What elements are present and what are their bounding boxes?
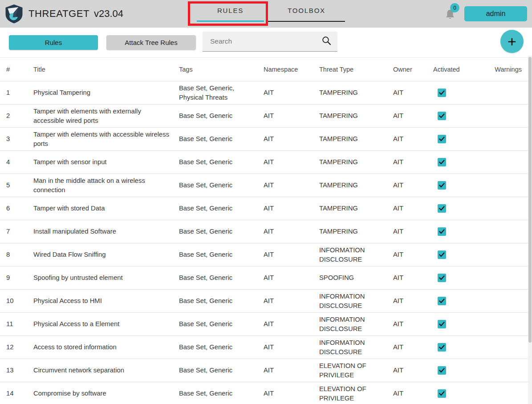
tab-rules[interactable]: RULES bbox=[197, 0, 264, 22]
rule-title: Install manipulated Software bbox=[33, 227, 179, 236]
rule-owner: AIT bbox=[393, 366, 433, 375]
rule-number: 5 bbox=[0, 181, 33, 190]
rule-title: Physical Access to HMI bbox=[33, 296, 179, 306]
table-row[interactable]: 14 Compromise by software Base Set, Gene… bbox=[0, 382, 528, 404]
app-window: THREATGET v23.04 RULES TOOLBOX 0 admin R… bbox=[0, 0, 532, 404]
table-row[interactable]: 6 Tamper with stored Data Base Set, Gene… bbox=[0, 197, 528, 220]
rule-number: 2 bbox=[0, 111, 33, 121]
app-version: v23.04 bbox=[94, 8, 123, 20]
brand: THREATGET v23.04 bbox=[4, 4, 123, 24]
rule-owner: AIT bbox=[393, 227, 433, 236]
table-row[interactable]: 2 Tamper with elements with externally a… bbox=[0, 105, 528, 128]
activated-checkbox[interactable] bbox=[438, 366, 446, 375]
activated-checkbox[interactable] bbox=[438, 389, 446, 398]
table-row[interactable]: 9 Spoofing by untrusted element Base Set… bbox=[0, 267, 528, 290]
rule-namespace: AIT bbox=[264, 296, 319, 306]
admin-user-button[interactable]: admin bbox=[464, 6, 527, 21]
rule-tags: Base Set, Generic bbox=[179, 158, 264, 167]
rule-title: Circumvent network separation bbox=[33, 366, 179, 375]
rule-tags: Base Set, Generic bbox=[179, 366, 264, 375]
rule-namespace: AIT bbox=[264, 227, 319, 236]
notification-count-badge: 0 bbox=[450, 3, 459, 12]
rule-namespace: AIT bbox=[264, 319, 319, 329]
rule-number: 10 bbox=[0, 296, 33, 306]
table-row[interactable]: 3 Tamper with elements with accessible w… bbox=[0, 128, 528, 151]
activated-checkbox[interactable] bbox=[438, 135, 446, 143]
rule-number: 11 bbox=[0, 319, 33, 329]
activated-checkbox[interactable] bbox=[438, 204, 446, 213]
activated-checkbox[interactable] bbox=[438, 181, 446, 190]
activated-checkbox[interactable] bbox=[438, 297, 446, 305]
table-row[interactable]: 4 Tamper with sensor input Base Set, Gen… bbox=[0, 151, 528, 174]
rule-number: 3 bbox=[0, 134, 33, 144]
rule-tags: Base Set, Generic bbox=[179, 181, 264, 190]
rule-tags: Base Set, Generic bbox=[179, 273, 264, 283]
table-row[interactable]: 1 Physical Tampering Base Set, Generic, … bbox=[0, 81, 528, 105]
rule-namespace: AIT bbox=[264, 88, 319, 97]
table-row[interactable]: 13 Circumvent network separation Base Se… bbox=[0, 359, 528, 382]
rule-number: 14 bbox=[0, 389, 33, 398]
rule-namespace: AIT bbox=[264, 250, 319, 259]
rule-threat-type: SPOOFING bbox=[319, 273, 393, 283]
rule-title: Spoofing by untrusted element bbox=[33, 273, 179, 283]
rule-tags: Base Set, Generic bbox=[179, 296, 264, 306]
rules-filter-button[interactable]: Rules bbox=[9, 35, 98, 50]
rule-tags: Base Set, Generic bbox=[179, 343, 264, 352]
tab-toolbox[interactable]: TOOLBOX bbox=[268, 0, 345, 22]
table-row[interactable]: 8 Wired Data Flow Sniffing Base Set, Gen… bbox=[0, 243, 528, 267]
search-field bbox=[203, 32, 337, 52]
activated-checkbox[interactable] bbox=[438, 250, 446, 259]
rule-tags: Base Set, Generic, Physical Threats bbox=[179, 84, 264, 102]
rule-namespace: AIT bbox=[264, 204, 319, 213]
rule-owner: AIT bbox=[393, 250, 433, 259]
activated-checkbox[interactable] bbox=[438, 274, 446, 282]
rule-tags: Base Set, Generic bbox=[179, 319, 264, 329]
activated-checkbox[interactable] bbox=[438, 158, 446, 166]
rule-threat-type: ELEVATION OF PRIVILEGE bbox=[319, 384, 393, 403]
rule-tags: Base Set, Generic bbox=[179, 111, 264, 121]
rule-owner: AIT bbox=[393, 204, 433, 213]
column-header-threat-type: Threat Type bbox=[319, 66, 393, 73]
rule-threat-type: TAMPERING bbox=[319, 204, 393, 213]
threatget-logo-icon bbox=[4, 4, 24, 24]
table-row[interactable]: 11 Physical Access to a Element Base Set… bbox=[0, 313, 528, 336]
rule-owner: AIT bbox=[393, 319, 433, 329]
rule-number: 12 bbox=[0, 343, 33, 352]
rule-namespace: AIT bbox=[264, 158, 319, 167]
table-row[interactable]: 10 Physical Access to HMI Base Set, Gene… bbox=[0, 290, 528, 313]
rule-threat-type: TAMPERING bbox=[319, 134, 393, 144]
rule-owner: AIT bbox=[393, 158, 433, 167]
rule-owner: AIT bbox=[393, 181, 433, 190]
rule-tags: Base Set, Generic bbox=[179, 250, 264, 259]
add-rule-button[interactable]: + bbox=[500, 30, 524, 53]
rule-threat-type: ELEVATION OF PRIVILEGE bbox=[319, 361, 393, 380]
rule-number: 1 bbox=[0, 88, 33, 97]
rule-threat-type: INFORMATION DISCLOSURE bbox=[319, 315, 393, 334]
activated-checkbox[interactable] bbox=[438, 320, 446, 328]
search-input[interactable] bbox=[203, 37, 322, 45]
activated-checkbox[interactable] bbox=[438, 89, 446, 97]
app-title: THREATGET bbox=[28, 8, 89, 20]
activated-checkbox[interactable] bbox=[438, 227, 446, 236]
rule-threat-type: TAMPERING bbox=[319, 88, 393, 97]
rule-namespace: AIT bbox=[264, 389, 319, 398]
table-row[interactable]: 7 Install manipulated Software Base Set,… bbox=[0, 220, 528, 243]
activated-checkbox[interactable] bbox=[438, 343, 446, 351]
rule-owner: AIT bbox=[393, 88, 433, 97]
rule-threat-type: TAMPERING bbox=[319, 181, 393, 190]
table-row[interactable]: 12 Access to stored information Base Set… bbox=[0, 336, 528, 359]
table-row[interactable]: 5 Man in the middle attack on a wireless… bbox=[0, 174, 528, 197]
attack-tree-rules-filter-button[interactable]: Attack Tree Rules bbox=[106, 35, 196, 50]
search-icon[interactable] bbox=[322, 36, 331, 47]
activated-checkbox[interactable] bbox=[438, 112, 446, 120]
rule-tags: Base Set, Generic bbox=[179, 227, 264, 236]
rule-namespace: AIT bbox=[264, 343, 319, 352]
rule-tags: Base Set, Generic bbox=[179, 204, 264, 213]
rule-title: Access to stored information bbox=[33, 343, 179, 352]
rule-title: Tamper with sensor input bbox=[33, 158, 179, 167]
rules-table: # Title Tags Namespace Threat Type Owner… bbox=[0, 58, 528, 404]
rule-namespace: AIT bbox=[264, 366, 319, 375]
scrollbar-thumb[interactable] bbox=[528, 57, 532, 343]
top-bar: THREATGET v23.04 RULES TOOLBOX 0 admin bbox=[0, 0, 532, 28]
rule-threat-type: TAMPERING bbox=[319, 227, 393, 236]
